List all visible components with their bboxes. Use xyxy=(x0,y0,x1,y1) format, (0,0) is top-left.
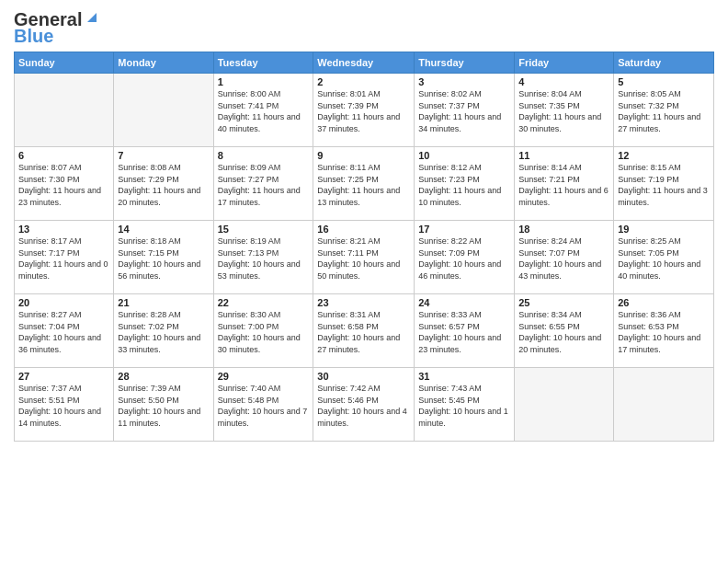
day-number: 21 xyxy=(118,297,209,308)
calendar-cell xyxy=(515,368,614,442)
day-number: 27 xyxy=(18,371,109,382)
day-info: Sunrise: 8:11 AM Sunset: 7:25 PM Dayligh… xyxy=(317,162,410,208)
day-number: 13 xyxy=(18,224,109,235)
day-number: 3 xyxy=(418,76,510,87)
day-number: 25 xyxy=(518,297,609,308)
header: General Blue xyxy=(14,9,714,46)
day-number: 29 xyxy=(218,371,310,382)
calendar-cell: 7Sunrise: 8:08 AM Sunset: 7:29 PM Daylig… xyxy=(114,147,213,221)
calendar-cell: 24Sunrise: 8:33 AM Sunset: 6:57 PM Dayli… xyxy=(415,294,515,368)
day-info: Sunrise: 8:34 AM Sunset: 6:55 PM Dayligh… xyxy=(518,309,609,355)
calendar-cell: 30Sunrise: 7:42 AM Sunset: 5:46 PM Dayli… xyxy=(313,368,415,442)
day-number: 12 xyxy=(618,150,710,161)
header-wednesday: Wednesday xyxy=(313,52,415,74)
calendar-cell: 25Sunrise: 8:34 AM Sunset: 6:55 PM Dayli… xyxy=(515,294,614,368)
calendar-cell: 22Sunrise: 8:30 AM Sunset: 7:00 PM Dayli… xyxy=(213,294,313,368)
day-info: Sunrise: 8:05 AM Sunset: 7:32 PM Dayligh… xyxy=(618,88,710,134)
logo-blue: Blue xyxy=(14,26,100,46)
calendar-cell: 19Sunrise: 8:25 AM Sunset: 7:05 PM Dayli… xyxy=(614,221,714,294)
day-info: Sunrise: 7:40 AM Sunset: 5:48 PM Dayligh… xyxy=(218,383,310,429)
calendar-header-row: SundayMondayTuesdayWednesdayThursdayFrid… xyxy=(15,52,714,74)
week-row-5: 27Sunrise: 7:37 AM Sunset: 5:51 PM Dayli… xyxy=(15,368,714,442)
day-number: 20 xyxy=(18,297,109,308)
week-row-4: 20Sunrise: 8:27 AM Sunset: 7:04 PM Dayli… xyxy=(15,294,714,368)
calendar-cell: 26Sunrise: 8:36 AM Sunset: 6:53 PM Dayli… xyxy=(614,294,714,368)
calendar-cell: 21Sunrise: 8:28 AM Sunset: 7:02 PM Dayli… xyxy=(114,294,213,368)
day-number: 16 xyxy=(317,224,410,235)
day-info: Sunrise: 8:02 AM Sunset: 7:37 PM Dayligh… xyxy=(418,88,510,134)
day-number: 18 xyxy=(518,224,609,235)
day-info: Sunrise: 8:04 AM Sunset: 7:35 PM Dayligh… xyxy=(518,88,609,134)
calendar-cell: 3Sunrise: 8:02 AM Sunset: 7:37 PM Daylig… xyxy=(415,74,515,147)
day-info: Sunrise: 7:37 AM Sunset: 5:51 PM Dayligh… xyxy=(18,383,109,429)
week-row-1: 1Sunrise: 8:00 AM Sunset: 7:41 PM Daylig… xyxy=(15,74,714,147)
calendar-cell: 9Sunrise: 8:11 AM Sunset: 7:25 PM Daylig… xyxy=(313,147,415,221)
calendar-cell: 29Sunrise: 7:40 AM Sunset: 5:48 PM Dayli… xyxy=(213,368,313,442)
svg-marker-0 xyxy=(87,13,97,22)
day-info: Sunrise: 8:30 AM Sunset: 7:00 PM Dayligh… xyxy=(218,309,310,355)
day-info: Sunrise: 8:12 AM Sunset: 7:23 PM Dayligh… xyxy=(418,162,510,208)
calendar-cell: 5Sunrise: 8:05 AM Sunset: 7:32 PM Daylig… xyxy=(614,74,714,147)
header-monday: Monday xyxy=(114,52,213,74)
calendar-cell: 23Sunrise: 8:31 AM Sunset: 6:58 PM Dayli… xyxy=(313,294,415,368)
calendar-cell: 8Sunrise: 8:09 AM Sunset: 7:27 PM Daylig… xyxy=(213,147,313,221)
day-number: 14 xyxy=(118,224,209,235)
day-number: 26 xyxy=(618,297,710,308)
day-info: Sunrise: 7:39 AM Sunset: 5:50 PM Dayligh… xyxy=(118,383,209,429)
day-number: 15 xyxy=(218,224,310,235)
calendar-cell: 28Sunrise: 7:39 AM Sunset: 5:50 PM Dayli… xyxy=(114,368,213,442)
day-number: 28 xyxy=(118,371,209,382)
day-info: Sunrise: 8:25 AM Sunset: 7:05 PM Dayligh… xyxy=(618,236,710,282)
day-info: Sunrise: 8:07 AM Sunset: 7:30 PM Dayligh… xyxy=(18,162,109,208)
day-info: Sunrise: 8:24 AM Sunset: 7:07 PM Dayligh… xyxy=(518,236,609,282)
day-number: 19 xyxy=(618,224,710,235)
header-tuesday: Tuesday xyxy=(213,52,313,74)
day-info: Sunrise: 8:08 AM Sunset: 7:29 PM Dayligh… xyxy=(118,162,209,208)
day-number: 4 xyxy=(518,76,609,87)
calendar-cell: 27Sunrise: 7:37 AM Sunset: 5:51 PM Dayli… xyxy=(15,368,114,442)
calendar-cell xyxy=(15,74,114,147)
day-number: 1 xyxy=(218,76,310,87)
day-info: Sunrise: 8:00 AM Sunset: 7:41 PM Dayligh… xyxy=(218,88,310,134)
day-number: 10 xyxy=(418,150,510,161)
calendar-cell: 31Sunrise: 7:43 AM Sunset: 5:45 PM Dayli… xyxy=(415,368,515,442)
day-number: 31 xyxy=(418,371,510,382)
calendar-cell: 14Sunrise: 8:18 AM Sunset: 7:15 PM Dayli… xyxy=(114,221,213,294)
day-number: 30 xyxy=(317,371,410,382)
day-info: Sunrise: 8:27 AM Sunset: 7:04 PM Dayligh… xyxy=(18,309,109,355)
day-info: Sunrise: 8:19 AM Sunset: 7:13 PM Dayligh… xyxy=(218,236,310,282)
calendar-cell: 17Sunrise: 8:22 AM Sunset: 7:09 PM Dayli… xyxy=(415,221,515,294)
day-info: Sunrise: 8:21 AM Sunset: 7:11 PM Dayligh… xyxy=(317,236,410,282)
week-row-2: 6Sunrise: 8:07 AM Sunset: 7:30 PM Daylig… xyxy=(15,147,714,221)
header-friday: Friday xyxy=(515,52,614,74)
calendar-body: 1Sunrise: 8:00 AM Sunset: 7:41 PM Daylig… xyxy=(15,74,714,442)
day-number: 23 xyxy=(317,297,410,308)
day-number: 5 xyxy=(618,76,710,87)
day-number: 6 xyxy=(18,150,109,161)
day-info: Sunrise: 8:36 AM Sunset: 6:53 PM Dayligh… xyxy=(618,309,710,355)
calendar-cell xyxy=(114,74,213,147)
day-number: 2 xyxy=(317,76,410,87)
day-info: Sunrise: 8:31 AM Sunset: 6:58 PM Dayligh… xyxy=(317,309,410,355)
calendar-cell: 15Sunrise: 8:19 AM Sunset: 7:13 PM Dayli… xyxy=(213,221,313,294)
calendar-cell: 20Sunrise: 8:27 AM Sunset: 7:04 PM Dayli… xyxy=(15,294,114,368)
day-info: Sunrise: 8:15 AM Sunset: 7:19 PM Dayligh… xyxy=(618,162,710,208)
day-number: 11 xyxy=(518,150,609,161)
header-saturday: Saturday xyxy=(614,52,714,74)
day-info: Sunrise: 8:22 AM Sunset: 7:09 PM Dayligh… xyxy=(418,236,510,282)
day-info: Sunrise: 8:33 AM Sunset: 6:57 PM Dayligh… xyxy=(418,309,510,355)
calendar-cell: 18Sunrise: 8:24 AM Sunset: 7:07 PM Dayli… xyxy=(515,221,614,294)
day-info: Sunrise: 8:09 AM Sunset: 7:27 PM Dayligh… xyxy=(218,162,310,208)
day-number: 17 xyxy=(418,224,510,235)
calendar-cell: 4Sunrise: 8:04 AM Sunset: 7:35 PM Daylig… xyxy=(515,74,614,147)
day-info: Sunrise: 8:01 AM Sunset: 7:39 PM Dayligh… xyxy=(317,88,410,134)
calendar-cell: 13Sunrise: 8:17 AM Sunset: 7:17 PM Dayli… xyxy=(15,221,114,294)
day-number: 9 xyxy=(317,150,410,161)
calendar-cell: 16Sunrise: 8:21 AM Sunset: 7:11 PM Dayli… xyxy=(313,221,415,294)
day-info: Sunrise: 8:17 AM Sunset: 7:17 PM Dayligh… xyxy=(18,236,109,282)
calendar-cell: 6Sunrise: 8:07 AM Sunset: 7:30 PM Daylig… xyxy=(15,147,114,221)
calendar-table: SundayMondayTuesdayWednesdayThursdayFrid… xyxy=(14,52,714,442)
day-info: Sunrise: 8:18 AM Sunset: 7:15 PM Dayligh… xyxy=(118,236,209,282)
header-sunday: Sunday xyxy=(15,52,114,74)
day-number: 24 xyxy=(418,297,510,308)
